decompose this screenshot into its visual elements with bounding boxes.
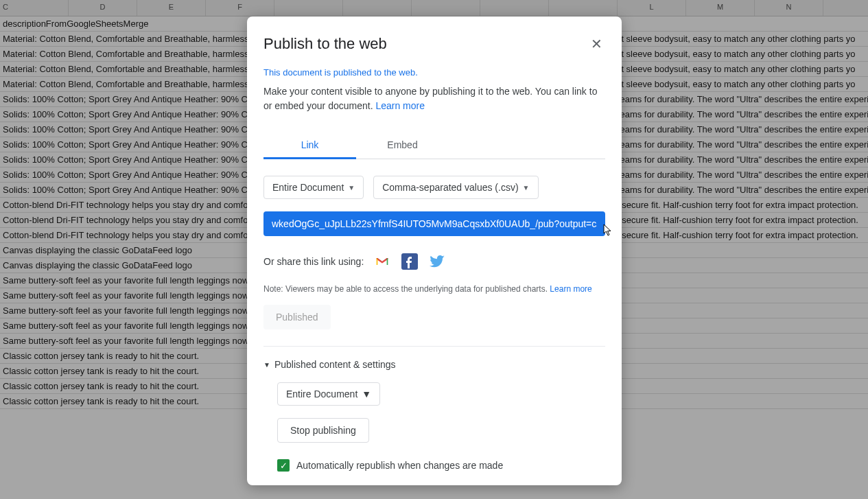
tab-embed[interactable]: Embed (356, 132, 449, 159)
note-learn-more-link[interactable]: Learn more (550, 284, 591, 294)
note-text: Note: Viewers may be able to access the … (263, 284, 605, 294)
settings-scope-select[interactable]: Entire Document ▼ (277, 382, 380, 406)
publish-dialog: Publish to the web ✕ This document is pu… (247, 16, 622, 485)
format-select[interactable]: Comma-separated values (.csv) ▼ (373, 176, 538, 199)
published-button: Published (263, 305, 331, 329)
desc-text: Make your content visible to anyone by p… (263, 86, 597, 111)
divider (263, 346, 605, 347)
publish-url-input[interactable] (263, 211, 605, 236)
settings-header-label: Published content & settings (274, 359, 396, 370)
caret-down-icon: ▼ (362, 388, 371, 399)
learn-more-link[interactable]: Learn more (375, 100, 425, 111)
caret-down-icon: ▼ (348, 184, 355, 192)
twitter-icon[interactable] (428, 253, 446, 270)
auto-republish-label: Automatically republish when changes are… (296, 460, 503, 471)
note-label: Note: (263, 284, 283, 294)
caret-down-icon: ▼ (263, 361, 270, 369)
gmail-icon[interactable] (373, 253, 391, 270)
dialog-title: Publish to the web (263, 35, 387, 53)
document-scope-select[interactable]: Entire Document ▼ (263, 176, 364, 199)
select-doc-label: Entire Document (272, 182, 344, 193)
stop-publishing-button[interactable]: Stop publishing (277, 418, 369, 443)
note-body: Viewers may be able to access the underl… (283, 284, 550, 294)
tab-link[interactable]: Link (263, 132, 356, 159)
facebook-icon[interactable] (401, 253, 419, 270)
select-format-label: Comma-separated values (.csv) (382, 182, 518, 193)
settings-toggle[interactable]: ▼ Published content & settings (263, 359, 605, 370)
share-label: Or share this link using: (263, 256, 364, 267)
close-icon[interactable]: ✕ (588, 33, 605, 55)
published-status-link[interactable]: This document is published to the web. (263, 67, 418, 78)
auto-republish-checkbox[interactable]: ✓ (277, 459, 290, 472)
caret-down-icon: ▼ (523, 184, 530, 192)
settings-select-label: Entire Document (286, 388, 357, 399)
tab-bar: Link Embed (263, 132, 605, 159)
dialog-description: Make your content visible to anyone by p… (263, 84, 605, 113)
